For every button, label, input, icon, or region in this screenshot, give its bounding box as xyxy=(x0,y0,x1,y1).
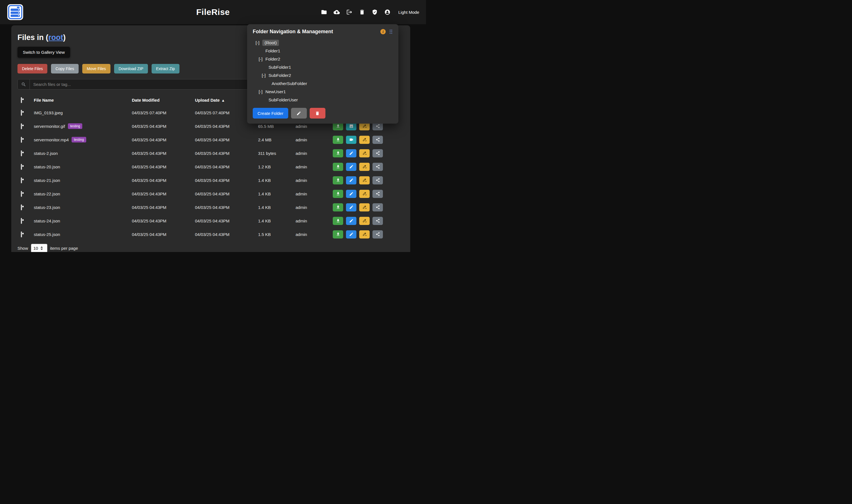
rename-button[interactable] xyxy=(359,230,370,238)
folder-tree-node[interactable]: [-](Root) xyxy=(250,39,395,47)
row-checkbox[interactable] xyxy=(21,150,22,156)
row-actions xyxy=(333,163,404,171)
profile-icon[interactable] xyxy=(384,9,391,16)
download-zip-button[interactable]: Download ZIP xyxy=(114,64,148,73)
rename-button[interactable] xyxy=(359,149,370,157)
rename-button[interactable] xyxy=(359,190,370,198)
row-checkbox[interactable] xyxy=(21,137,22,143)
trash-icon[interactable] xyxy=(359,9,365,16)
rename-button[interactable] xyxy=(359,136,370,144)
rename-button[interactable] xyxy=(359,203,370,212)
share-button[interactable] xyxy=(372,149,383,157)
share-button[interactable] xyxy=(372,230,383,238)
upload-date-cell: 04/03/25 04:43PM xyxy=(195,218,258,223)
tree-toggle-icon[interactable]: [-] xyxy=(256,40,262,45)
info-icon[interactable]: i xyxy=(380,29,386,34)
drag-handle-icon[interactable] xyxy=(389,29,393,34)
image-icon xyxy=(349,124,353,128)
folder-icon[interactable] xyxy=(320,9,327,16)
download-button[interactable] xyxy=(333,190,343,198)
download-button[interactable] xyxy=(333,230,343,238)
logout-icon[interactable] xyxy=(346,9,353,16)
rename-folder-button[interactable] xyxy=(291,108,307,119)
rename-button[interactable] xyxy=(359,217,370,225)
column-header-file-name[interactable]: File Name xyxy=(34,98,132,103)
share-button[interactable] xyxy=(372,190,383,198)
download-button[interactable] xyxy=(333,149,343,157)
gallery-view-button[interactable]: Switch to Gallery View xyxy=(17,47,70,58)
download-button[interactable] xyxy=(333,176,343,184)
date-modified-cell: 04/03/25 04:43PM xyxy=(132,178,195,183)
folder-tree-node[interactable]: AnotherSubFolder xyxy=(250,79,395,88)
uploader-cell: admin xyxy=(296,232,333,237)
move-files-button[interactable]: Move Files xyxy=(82,64,110,73)
download-button[interactable] xyxy=(333,163,343,171)
download-button[interactable] xyxy=(333,203,343,212)
admin-shield-icon[interactable] xyxy=(371,9,378,16)
folder-tree-node[interactable]: [-]Folder2 xyxy=(250,55,395,63)
share-button[interactable] xyxy=(372,136,383,144)
file-name: status-22.json xyxy=(34,192,60,196)
edit-button[interactable] xyxy=(346,176,357,184)
items-per-page-value: 10 xyxy=(34,246,38,251)
share-button[interactable] xyxy=(372,163,383,171)
download-button[interactable] xyxy=(333,136,343,144)
file-size-cell: 1.2 KB xyxy=(258,164,296,169)
row-checkbox[interactable] xyxy=(21,110,22,116)
create-folder-button[interactable]: Create Folder xyxy=(253,108,288,119)
upload-date-cell: 04/03/25 04:43PM xyxy=(195,205,258,210)
download-button[interactable] xyxy=(333,217,343,225)
share-button[interactable] xyxy=(372,176,383,184)
tree-toggle-icon[interactable]: [-] xyxy=(262,73,268,78)
row-actions xyxy=(333,149,404,157)
row-checkbox[interactable] xyxy=(21,177,22,183)
folder-tree-node[interactable]: [-]NewUser1 xyxy=(250,88,395,96)
rename-button[interactable] xyxy=(359,176,370,184)
folder-tree-node[interactable]: Folder1 xyxy=(250,47,395,55)
row-checkbox[interactable] xyxy=(21,231,22,237)
row-checkbox[interactable] xyxy=(21,204,22,210)
edit-button[interactable] xyxy=(346,190,357,198)
folder-tree-node[interactable]: SubFolder1 xyxy=(250,63,395,71)
edit-button[interactable] xyxy=(346,230,357,238)
rename-icon xyxy=(362,232,367,236)
row-checkbox[interactable] xyxy=(21,164,22,170)
tree-toggle-icon[interactable]: [-] xyxy=(259,57,265,62)
theme-toggle[interactable]: Light Mode xyxy=(398,10,419,15)
table-row: status-25.json04/03/25 04:43PM04/03/25 0… xyxy=(17,228,404,241)
upload-date-cell: 04/03/25 04:43PM xyxy=(195,192,258,196)
share-button[interactable] xyxy=(372,203,383,212)
edit-button[interactable] xyxy=(346,203,357,212)
row-checkbox-cell xyxy=(17,151,34,156)
items-per-page-select[interactable]: 10 xyxy=(31,244,47,252)
edit-button[interactable] xyxy=(346,163,357,171)
extract-zip-button[interactable]: Extract Zip xyxy=(152,64,179,73)
upload-date-cell: 04/03/25 04:43PM xyxy=(195,138,258,142)
video-icon xyxy=(349,138,353,142)
edit-button[interactable] xyxy=(346,217,357,225)
rename-button[interactable] xyxy=(359,163,370,171)
search-input[interactable] xyxy=(30,79,259,89)
upload-date-cell: 04/03/25 04:43PM xyxy=(195,151,258,156)
folder-tree-node[interactable]: SubFolderUser xyxy=(250,96,395,104)
folder-tree-node[interactable]: [-]SubFolder2 xyxy=(250,71,395,79)
preview-video-button[interactable] xyxy=(346,136,357,144)
edit-button[interactable] xyxy=(346,149,357,157)
row-checkbox[interactable] xyxy=(21,123,22,129)
row-checkbox[interactable] xyxy=(21,191,22,197)
upload-icon[interactable] xyxy=(333,9,340,16)
delete-folder-button[interactable] xyxy=(310,108,326,119)
upload-date-cell: 04/03/25 04:43PM xyxy=(195,178,258,183)
column-header-date-modified[interactable]: Date Modified xyxy=(132,98,195,103)
file-size-cell: 65.5 MB xyxy=(258,124,296,129)
tree-toggle-icon[interactable]: [-] xyxy=(259,89,265,94)
copy-files-button[interactable]: Copy Files xyxy=(51,64,79,73)
select-all-checkbox[interactable] xyxy=(21,97,22,103)
trash-icon xyxy=(315,111,320,116)
share-button[interactable] xyxy=(372,217,383,225)
file-name-cell: IMG_0193.jpeg xyxy=(34,110,132,115)
row-checkbox[interactable] xyxy=(21,218,22,224)
download-icon xyxy=(336,138,340,142)
root-folder-link[interactable]: root xyxy=(49,33,63,42)
delete-files-button[interactable]: Delete Files xyxy=(17,64,47,73)
